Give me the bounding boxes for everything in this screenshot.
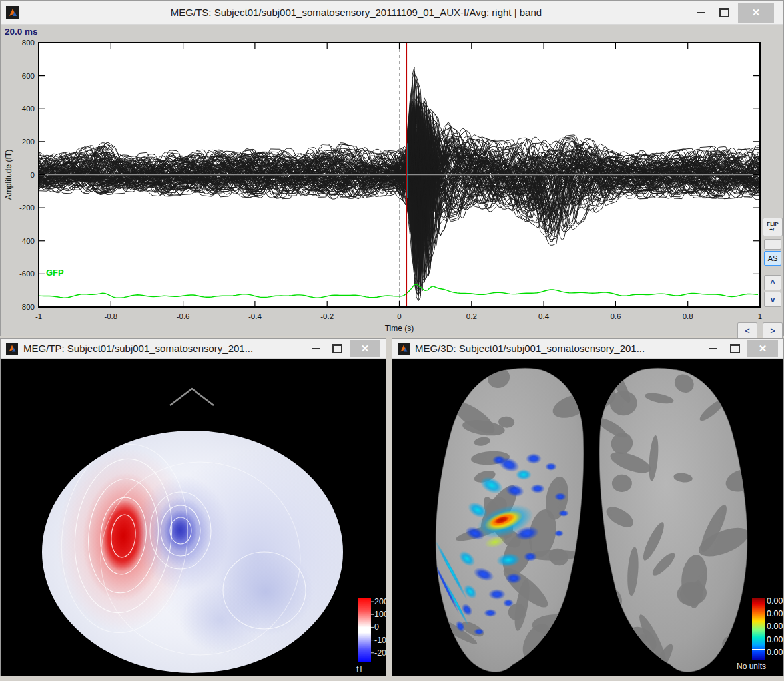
y-tick-label: 800 [22,39,35,47]
window-meg-ts: MEG/TS: Subject01/subj001_somatosensory_… [0,0,784,336]
topography-colorbar[interactable] [358,598,371,662]
colorbar-tick-label: -100 [374,636,386,645]
sources-colorbar[interactable] [752,598,765,660]
x-tick-label: 0.6 [610,312,621,320]
topography-canvas[interactable]: 2001000-100-200fT [1,359,386,676]
gfp-label: GFP [46,268,64,278]
maximize-icon[interactable] [726,340,743,357]
window-title: MEG/3D: Subject01/subj001_somatosensory_… [415,343,705,354]
titlebar-meg-3d[interactable]: MEG/3D: Subject01/subj001_somatosensory_… [392,339,783,359]
minimize-icon[interactable] [307,340,324,357]
maximize-icon[interactable] [328,340,346,357]
y-tick-label: -400 [19,237,35,245]
x-tick-label: -0.2 [320,312,334,320]
x-tick-label: -0.6 [177,312,190,320]
x-tick-label: 1 [758,312,762,320]
colorbar-tick-label: 0.008 [767,596,783,606]
colorbar-tick-label: 200 [374,597,386,606]
window-meg-3d: MEG/3D: Subject01/subj001_somatosensory_… [392,338,784,676]
titlebar-meg-tp[interactable]: MEG/TP: Subject01/subj001_somatosensory_… [1,339,386,359]
scale-up-button[interactable]: ^ [764,275,781,290]
flip-sign-button[interactable]: FLIP +/- [763,218,783,236]
prev-page-button[interactable]: < [737,322,757,339]
colorbar-tick-label: 0.006 [767,609,783,618]
nose-marker [170,389,214,405]
butterfly-plot[interactable]: 8006004002000-200-400-600-800-1-0.8-0.6-… [1,1,784,337]
autoscale-button[interactable]: AS [764,251,781,266]
colorbar-tick-label: 0.004 [767,622,783,631]
x-axis-label: Time (s) [385,324,414,333]
minimize-icon[interactable] [705,340,722,357]
y-tick-label: 0 [31,171,35,179]
colorbar-units-label: fT [356,664,364,674]
close-icon[interactable]: ✕ [747,340,778,357]
window-title: MEG/TP: Subject01/subj001_somatosensory_… [23,343,307,354]
y-tick-label: -800 [19,303,35,311]
x-tick-label: 0.2 [466,312,477,320]
brainstorm-app-icon [6,343,18,355]
colorbar-tick-label: -200 [374,648,386,658]
colorbar-tick-label: 0 [374,622,379,632]
more-options-button[interactable]: ... [764,239,781,250]
y-axis-label: Amplitude (fT) [4,150,13,200]
scale-down-button[interactable]: v [764,292,781,307]
colorbar-tick-label: 100 [374,610,386,619]
brainstorm-app-icon [398,343,410,355]
colorbar-tick-label: 0.000 [767,648,783,657]
close-icon[interactable]: ✕ [350,340,380,357]
y-tick-label: 600 [22,72,35,80]
y-tick-label: -200 [19,204,35,212]
x-tick-label: -1 [35,312,42,320]
x-tick-label: -0.8 [104,312,117,320]
y-tick-label: -600 [19,270,35,278]
brain-3d-canvas[interactable]: 0.0080.0060.0040.0020.000No units [392,359,783,676]
x-tick-label: -0.4 [248,312,262,320]
y-tick-label: 400 [22,105,35,113]
colorbar-tick-label: 0.002 [767,635,783,644]
x-tick-label: 0 [397,312,401,320]
window-meg-tp: MEG/TP: Subject01/subj001_somatosensory_… [0,338,386,676]
y-tick-label: 200 [22,138,35,146]
colorbar-units-label: No units [737,662,766,671]
x-tick-label: 0.4 [538,312,550,320]
next-page-button[interactable]: > [763,322,783,339]
x-tick-label: 0.8 [683,312,693,320]
